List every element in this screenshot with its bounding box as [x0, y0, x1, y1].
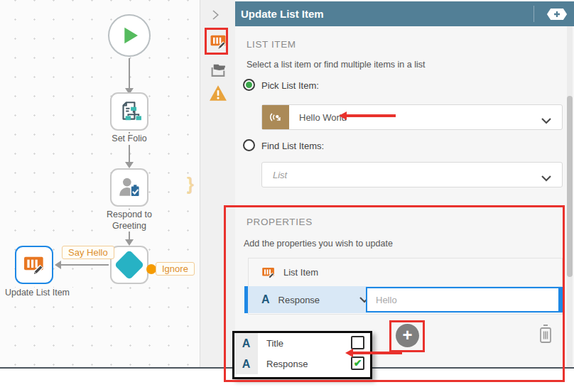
connector-lines — [0, 0, 200, 367]
set-folio-icon — [117, 99, 142, 124]
panel-title: Update List Item — [241, 8, 324, 20]
user-task-icon — [117, 175, 142, 200]
decision-outcome-dot[interactable] — [146, 264, 156, 274]
find-list-items-dropdown[interactable]: List — [261, 162, 563, 187]
workflow-designer: Set Folio Respond to Greeting Update Lis… — [0, 0, 574, 392]
radio-selected-dot — [246, 82, 252, 88]
panel-scrollbar-thumb[interactable] — [567, 96, 573, 277]
tab-wizard-step[interactable] — [209, 60, 227, 78]
hexagon-plus-icon — [546, 8, 568, 21]
collapse-panel-button[interactable] — [206, 6, 224, 24]
respond-to-greeting-node[interactable] — [110, 168, 148, 207]
tab-warnings[interactable] — [209, 84, 227, 102]
decision-diamond-icon — [114, 250, 144, 280]
decision-node[interactable] — [110, 246, 148, 284]
annotation-arrow-hello-world — [339, 111, 396, 120]
find-list-items-radio[interactable] — [243, 139, 255, 151]
set-folio-node[interactable] — [110, 92, 148, 131]
respond-to-greeting-label: Respond to Greeting — [98, 209, 161, 232]
say-hello-edge-label: Say Hello — [62, 246, 114, 259]
update-list-item-label: Update List Item — [0, 288, 75, 299]
play-icon — [115, 21, 144, 50]
update-list-item-node[interactable] — [15, 246, 53, 284]
warning-triangle-icon — [209, 85, 227, 102]
hand-drop-icon — [210, 60, 227, 78]
panel-header: Update List Item — [235, 1, 574, 26]
start-node[interactable] — [108, 14, 151, 57]
pick-list-item-radio-label: Pick List Item: — [261, 80, 319, 91]
find-list-items-placeholder: List — [273, 170, 287, 180]
pick-list-item-dropdown[interactable]: Hello World — [261, 104, 563, 130]
chevron-down-icon — [541, 114, 552, 127]
annotation-box-list-item-tab — [205, 28, 228, 55]
annotation-arrow-title-checkbox — [345, 349, 402, 357]
list-item-section-heading: LIST ITEM — [247, 39, 296, 50]
smartobject-icon — [262, 105, 289, 129]
header-divider — [534, 6, 534, 22]
annotation-box-add-button — [389, 320, 425, 352]
ignore-edge-label: Ignore — [156, 262, 195, 276]
group-brace: } — [187, 173, 194, 195]
chevron-down-icon — [541, 172, 552, 185]
pick-list-item-radio[interactable] — [243, 79, 255, 91]
workflow-canvas[interactable]: Set Folio Respond to Greeting Update Lis… — [0, 0, 200, 367]
set-folio-label: Set Folio — [99, 134, 159, 145]
update-list-item-icon — [23, 254, 45, 276]
add-step-button[interactable] — [546, 8, 568, 23]
find-list-items-radio-label: Find List Items: — [261, 141, 324, 151]
chevron-right-icon — [209, 9, 222, 21]
list-item-section-description: Select a list item or find multiple item… — [247, 60, 425, 70]
